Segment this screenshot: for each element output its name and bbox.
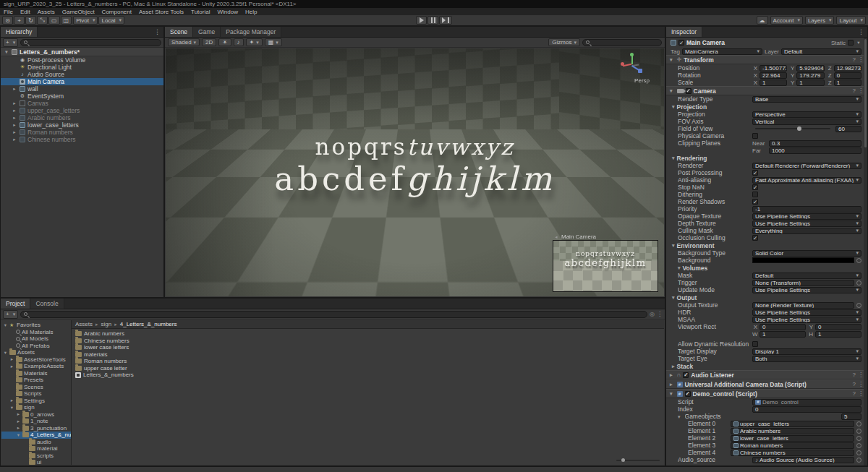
gizmos-dropdown[interactable]: Gizmos [548, 38, 580, 46]
project-tree-item[interactable]: All Materials [1, 329, 71, 336]
culling-mask-dropdown[interactable]: Everything [752, 228, 861, 234]
project-menu-icon[interactable]: ⋮ [657, 311, 663, 317]
depth-texture-dropdown[interactable]: Use Pipeline Settings [752, 220, 861, 227]
viewport-y-field[interactable]: 0 [815, 324, 861, 330]
object-reference-field[interactable]: lower_case_letters [731, 435, 854, 442]
project-tree-item[interactable]: Scripts [1, 390, 71, 398]
z-field[interactable]: 1 [834, 80, 861, 86]
priority-field[interactable]: -1 [752, 206, 861, 213]
menu-item[interactable]: File [0, 8, 17, 15]
object-picker-icon[interactable] [856, 436, 861, 441]
object-reference-field[interactable]: Chinese numbers [731, 450, 854, 456]
scene-viewport[interactable]: nopqrstuvwxyz abcdefghijklm Persp ◂Main … [166, 48, 664, 296]
static-dropdown-icon[interactable]: ▾ [856, 40, 861, 46]
hierarchy-item[interactable]: Main Camera [1, 78, 163, 85]
object-picker-icon[interactable] [856, 429, 861, 434]
index-field[interactable]: 0 [752, 406, 861, 413]
component-menu-icon[interactable]: ⋮ [858, 390, 864, 397]
breadcrumb-item[interactable]: Assets [75, 321, 93, 327]
target-display-dropdown[interactable]: Display 1 [752, 348, 861, 355]
foldout-arrow-icon[interactable]: ▸ [12, 122, 17, 128]
file-list-item[interactable]: lower case letters [72, 344, 664, 351]
hierarchy-menu-icon[interactable]: ⋮ [154, 28, 161, 35]
grid-visibility-dropdown[interactable]: ▦ [265, 38, 282, 46]
scene-fx-dropdown[interactable]: ✦ [246, 38, 263, 46]
output-texture-field[interactable]: None (Render Texture) [752, 302, 854, 309]
viewport-w-field[interactable]: 1 [760, 331, 806, 338]
foldout-arrow-icon[interactable]: ▸ [12, 108, 17, 113]
help-icon[interactable]: ? [853, 372, 856, 378]
render-type-dropdown[interactable]: Base [752, 96, 861, 103]
stack-foldout[interactable]: Stack [666, 362, 867, 370]
scene-audio-button[interactable]: ♪ [234, 38, 244, 46]
help-icon[interactable]: ? [853, 390, 856, 397]
output-foldout[interactable]: Output [666, 293, 867, 301]
toggle-2d-button[interactable]: 2D [202, 38, 216, 46]
menu-item[interactable]: Component [98, 8, 135, 15]
foldout-arrow-icon[interactable]: ▸ [16, 425, 21, 431]
project-tree-item[interactable]: ▸ Settings [1, 398, 71, 405]
eyedropper-icon[interactable] [856, 258, 861, 263]
hierarchy-search-input[interactable] [20, 39, 161, 46]
foldout-arrow-icon[interactable]: ▸ [12, 137, 17, 142]
project-panel-tab[interactable]: Console [30, 299, 64, 309]
menu-item[interactable]: Help [242, 8, 260, 15]
anti-aliasing-dropdown[interactable]: Fast Approximate Anti-aliasing (FXAA) [752, 177, 861, 184]
draw-mode-dropdown[interactable]: Shaded [168, 38, 200, 46]
background-color-swatch[interactable] [752, 257, 854, 263]
project-tree-item[interactable]: ui [1, 459, 71, 465]
foldout-arrow-icon[interactable]: ▾ [9, 405, 14, 411]
file-list-item[interactable]: Arabic numbers [72, 330, 664, 338]
y-field[interactable]: 5.929404 [796, 65, 824, 72]
camera-component-header[interactable]: Camera ?⋮ [666, 86, 867, 95]
gameobjects-foldout[interactable] [678, 413, 683, 420]
object-picker-icon[interactable] [856, 458, 861, 463]
project-tree-item[interactable]: ▸ 0_arrows [1, 411, 71, 419]
renderer-dropdown[interactable]: Default Renderer (ForwardRenderer) [752, 163, 861, 169]
universal-camera-data-header[interactable]: # Universal Additional Camera Data (Scri… [666, 379, 867, 389]
breadcrumb-item[interactable]: 4_Letters_&_numbers [111, 321, 176, 327]
project-tree-item[interactable]: material [1, 445, 71, 452]
x-field[interactable]: 22.964 [760, 72, 787, 79]
transform-component-header[interactable]: ✛ Transform ?⋮ [666, 55, 867, 64]
project-tree-item[interactable]: ▸ AssetStoreTools [1, 356, 71, 364]
physical-camera-checkbox[interactable] [752, 133, 758, 139]
object-picker-icon[interactable] [856, 443, 861, 448]
fov-axis-dropdown[interactable]: Vertical [752, 119, 861, 125]
scrollbar-thumb[interactable] [864, 39, 867, 147]
menu-item[interactable]: Assets [34, 8, 59, 15]
render-shadows-checkbox[interactable] [752, 199, 758, 205]
demo-control-header[interactable]: # Demo_control (Script) ?⋮ [666, 389, 867, 398]
clip-near-field[interactable]: 0.3 [769, 140, 861, 147]
tab-inspector[interactable]: Inspector [666, 27, 702, 37]
foldout-arrow-icon[interactable]: ▸ [12, 129, 17, 135]
foldout-arrow-icon[interactable]: ▾ [4, 49, 9, 55]
breadcrumb-item[interactable]: sign [93, 321, 111, 327]
scene-view-tab[interactable]: Scene [165, 27, 193, 37]
project-tree-item[interactable]: Scenes [1, 384, 71, 391]
array-size-field[interactable]: 5 [841, 413, 861, 420]
component-menu-icon[interactable]: ⋮ [858, 381, 864, 387]
menu-item[interactable]: Edit [17, 8, 34, 15]
hierarchy-item[interactable]: ▸ Canvas [1, 100, 163, 107]
fov-slider[interactable] [755, 128, 830, 129]
account-dropdown[interactable]: Account [770, 16, 803, 25]
scene-search-input[interactable] [582, 39, 662, 46]
menu-item[interactable]: Asset Store Tools [135, 8, 187, 15]
foldout-arrow-icon[interactable]: ▾ [3, 322, 8, 328]
foldout-arrow-icon[interactable]: ▾ [3, 350, 8, 356]
file-list-item[interactable]: Roman numbers [72, 358, 664, 365]
hierarchy-item[interactable]: ▸ Chinese numbers [1, 136, 163, 143]
scene-lighting-button[interactable]: ☀ [218, 38, 231, 46]
occlusion-culling-checkbox[interactable] [752, 235, 758, 241]
demo-control-enabled-checkbox[interactable] [685, 391, 691, 397]
volume-trigger-field[interactable]: None (Transform) [752, 280, 854, 286]
move-tool-button[interactable]: + [14, 16, 25, 25]
pivot-toggle-button[interactable]: Pivot [73, 16, 98, 25]
project-create-button[interactable]: + [3, 310, 18, 319]
project-tree-item[interactable]: ▸ ExampleAssets [1, 363, 71, 370]
play-button[interactable] [416, 16, 427, 25]
project-tree-item[interactable]: Materials [1, 370, 71, 377]
foldout-arrow-icon[interactable]: ▸ [16, 419, 21, 424]
hierarchy-create-button[interactable]: + [3, 38, 18, 47]
